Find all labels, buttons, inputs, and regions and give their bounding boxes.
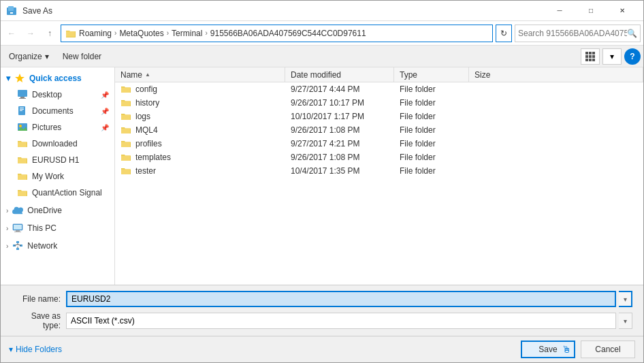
svg-rect-18 <box>20 109 24 110</box>
table-row[interactable]: config 9/27/2017 4:44 PM File folder <box>115 82 643 96</box>
file-name-cell: profiles <box>115 138 285 149</box>
filename-label: File name: <box>12 294 66 304</box>
path-roaming[interactable]: Roaming <box>79 29 112 38</box>
view-dropdown-button[interactable]: ▾ <box>602 48 622 65</box>
folder-icon <box>120 111 131 122</box>
view-icon <box>585 52 595 61</box>
main-content: ▾ Quick access Desktop <box>1 67 643 285</box>
file-name-cell: tester <box>115 165 285 176</box>
col-header-name[interactable]: Name ▲ <box>115 67 285 82</box>
close-button[interactable]: ✕ <box>607 1 638 21</box>
svg-rect-25 <box>16 230 20 232</box>
folder-icon <box>120 97 131 108</box>
table-row[interactable]: templates 9/26/2017 1:08 PM File folder <box>115 151 643 164</box>
dialog-title: Save As <box>22 6 52 16</box>
path-terminal[interactable]: Terminal <box>172 29 202 38</box>
maximize-button[interactable]: □ <box>575 1 607 21</box>
savetype-dropdown-button[interactable]: ▾ <box>619 313 632 329</box>
cancel-button[interactable]: Cancel <box>581 341 635 358</box>
hide-folders-label: Hide Folders <box>16 345 62 354</box>
sidebar-pictures-label: Pictures <box>32 123 97 132</box>
action-buttons: Save 🖱 Cancel <box>521 341 635 358</box>
col-header-date[interactable]: Date modified <box>285 67 394 82</box>
save-label: Save <box>538 345 557 354</box>
svg-rect-3 <box>585 52 588 54</box>
new-folder-button[interactable]: New folder <box>57 48 107 65</box>
quick-access-section: ▾ Quick access Desktop <box>1 70 114 201</box>
quick-access-label: Quick access <box>29 74 82 83</box>
table-row[interactable]: MQL4 9/26/2017 1:08 PM File folder <box>115 123 643 137</box>
sidebar-item-onedrive[interactable]: › OneDrive <box>1 202 114 219</box>
file-name: config <box>135 84 157 94</box>
file-name-cell: templates <box>115 152 285 163</box>
filename-dropdown-button[interactable]: ▾ <box>619 291 632 307</box>
forward-button[interactable]: → <box>22 25 39 42</box>
file-type-cell: File folder <box>394 139 469 148</box>
organize-button[interactable]: Organize ▾ <box>3 48 54 65</box>
svg-rect-27 <box>14 225 22 230</box>
file-date-cell: 9/26/2017 10:17 PM <box>285 98 394 108</box>
view-button[interactable] <box>581 48 600 65</box>
svg-rect-31 <box>16 248 19 250</box>
minimize-button[interactable]: ─ <box>544 1 575 21</box>
sidebar-network-label: Network <box>27 241 109 251</box>
path-metaquotes[interactable]: MetaQuotes <box>119 29 163 38</box>
footer-buttons: ▾ Hide Folders Save 🖱 Cancel <box>1 336 643 362</box>
file-date-cell: 9/27/2017 4:21 PM <box>285 139 394 148</box>
filename-row: File name: ▾ <box>12 291 632 307</box>
svg-rect-14 <box>20 97 25 98</box>
table-row[interactable]: logs 10/10/2017 1:17 PM File folder <box>115 110 643 123</box>
sidebar-item-eurusd[interactable]: EURUSD H1 <box>1 152 114 168</box>
col-header-size[interactable]: Size <box>469 67 643 82</box>
svg-rect-6 <box>585 55 588 58</box>
sidebar-item-downloaded[interactable]: Downloaded <box>1 136 114 152</box>
folder-small-icon <box>65 28 76 39</box>
sidebar-desktop-label: Desktop <box>32 90 97 99</box>
save-button[interactable]: Save 🖱 <box>521 341 575 358</box>
search-input[interactable] <box>518 29 627 38</box>
file-type-cell: File folder <box>394 84 469 94</box>
pictures-pin: 📌 <box>101 124 109 131</box>
hide-folders-button[interactable]: ▾ Hide Folders <box>9 345 62 354</box>
savetype-select[interactable]: ASCII Text (*.csv) <box>66 313 616 329</box>
file-date-cell: 9/27/2017 4:44 PM <box>285 84 394 94</box>
file-name: templates <box>135 153 171 162</box>
thispc-icon <box>12 223 23 234</box>
file-date-cell: 10/4/2017 1:35 PM <box>285 166 394 176</box>
sidebar-item-quantaction[interactable]: QuantAction Signal <box>1 185 114 201</box>
help-button[interactable]: ? <box>624 48 641 65</box>
table-row[interactable]: profiles 9/27/2017 4:21 PM File folder <box>115 137 643 151</box>
svg-rect-13 <box>18 90 27 97</box>
refresh-button[interactable]: ↻ <box>496 25 512 42</box>
desktop-icon <box>17 89 28 100</box>
sidebar-item-documents[interactable]: Documents 📌 <box>1 103 114 119</box>
file-date-cell: 9/26/2017 1:08 PM <box>285 153 394 162</box>
file-name: logs <box>135 112 150 121</box>
cancel-label: Cancel <box>595 345 620 354</box>
desktop-pin: 📌 <box>101 91 109 99</box>
svg-rect-11 <box>592 59 595 61</box>
filename-input[interactable] <box>66 291 616 307</box>
sidebar-item-thispc[interactable]: › This PC <box>1 220 114 236</box>
quick-access-star-icon <box>14 73 25 84</box>
sidebar-quantaction-label: QuantAction Signal <box>32 188 109 198</box>
sidebar-item-mywork[interactable]: My Work <box>1 168 114 185</box>
table-row[interactable]: tester 10/4/2017 1:35 PM File folder <box>115 164 643 178</box>
file-type-cell: File folder <box>394 166 469 176</box>
table-row[interactable]: history 9/26/2017 10:17 PM File folder <box>115 96 643 110</box>
file-type-cell: File folder <box>394 125 469 135</box>
downloaded-folder-icon <box>17 138 28 149</box>
mywork-folder-icon <box>17 171 28 182</box>
back-button[interactable]: ← <box>3 25 20 42</box>
file-name-cell: config <box>115 84 285 95</box>
path-guid[interactable]: 915566BA06ADA407569C544CC0D97611 <box>210 29 366 38</box>
up-button[interactable]: ↑ <box>42 25 58 42</box>
sidebar-item-desktop[interactable]: Desktop 📌 <box>1 86 114 103</box>
svg-rect-8 <box>592 55 595 58</box>
onedrive-icon <box>12 205 23 216</box>
sidebar-item-network[interactable]: › Network <box>1 238 114 254</box>
sidebar-item-pictures[interactable]: Pictures 📌 <box>1 119 114 136</box>
col-header-type[interactable]: Type <box>394 67 469 82</box>
svg-rect-19 <box>20 110 22 111</box>
savetype-input-container: ASCII Text (*.csv) ▾ <box>66 313 632 329</box>
